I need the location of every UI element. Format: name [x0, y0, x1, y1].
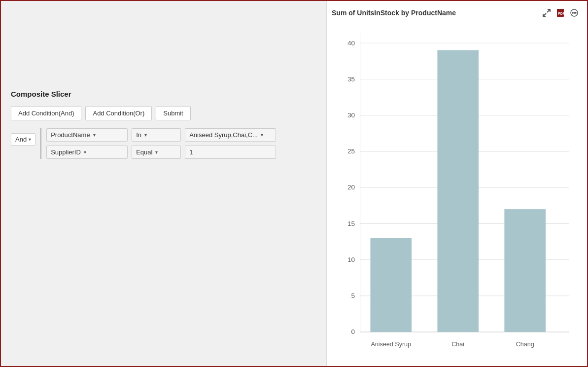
chart-title: Sum of UnitsInStock by ProductName: [332, 9, 456, 17]
chart-area: 0 5 10 15 20 25 30: [332, 22, 579, 364]
svg-text:0: 0: [351, 328, 355, 335]
svg-text:Aniseed Syrup: Aniseed Syrup: [371, 341, 411, 348]
and-chevron-icon: ▾: [29, 137, 31, 142]
svg-text:20: 20: [347, 184, 355, 191]
condition-row-2: SupplierID ▾ Equal ▾ 1: [46, 146, 276, 159]
value-text-2: 1: [189, 148, 193, 156]
value-text-1: Aniseed Syrup,Chai,C...: [189, 131, 258, 139]
expand-icon[interactable]: [542, 8, 552, 18]
svg-text:5: 5: [351, 292, 355, 299]
submit-button[interactable]: Submit: [156, 106, 190, 120]
operator-chevron-1-icon: ▾: [144, 132, 147, 138]
button-row: Add Condition(And) Add Condition(Or) Sub…: [11, 106, 316, 120]
svg-point-5: [572, 12, 573, 13]
bar-chai: [437, 50, 479, 332]
add-condition-or-button[interactable]: Add Condition(Or): [85, 106, 152, 120]
field-select-2[interactable]: SupplierID ▾: [46, 146, 128, 159]
bar-chart-svg: 0 5 10 15 20 25 30: [332, 22, 579, 364]
value-select-2[interactable]: 1: [185, 146, 276, 159]
chart-icons: PDF: [542, 8, 579, 18]
svg-text:30: 30: [347, 111, 355, 119]
bar-chang: [504, 209, 546, 332]
svg-text:35: 35: [347, 75, 355, 83]
and-label: And: [15, 136, 27, 143]
svg-text:25: 25: [347, 147, 355, 155]
add-condition-and-button[interactable]: Add Condition(And): [11, 106, 81, 120]
svg-text:Chai: Chai: [451, 341, 464, 348]
field-value-2: SupplierID: [51, 148, 81, 156]
operator-value-1: In: [136, 131, 141, 139]
left-panel: Composite Slicer Add Condition(And) Add …: [1, 1, 326, 366]
svg-text:10: 10: [347, 256, 355, 263]
field-chevron-2-icon: ▾: [84, 149, 86, 155]
field-select-1[interactable]: ProductName ▾: [46, 128, 128, 142]
pdf-icon[interactable]: PDF: [555, 8, 565, 18]
svg-point-6: [574, 12, 575, 13]
right-panel: Sum of UnitsInStock by ProductName PDF: [326, 1, 587, 366]
value-chevron-1-icon: ▾: [261, 132, 263, 138]
bar-aniseed-syrup: [370, 238, 412, 332]
field-chevron-1-icon: ▾: [93, 132, 96, 138]
svg-text:40: 40: [347, 39, 355, 47]
more-icon[interactable]: [569, 8, 579, 18]
operator-select-1[interactable]: In ▾: [132, 128, 181, 142]
operator-chevron-2-icon: ▾: [155, 149, 158, 155]
conditions-rows: ProductName ▾ In ▾ Aniseed Syrup,Chai,C.…: [40, 128, 276, 159]
operator-value-2: Equal: [136, 148, 152, 156]
operator-select-2[interactable]: Equal ▾: [132, 146, 181, 159]
svg-text:Chang: Chang: [516, 341, 534, 348]
svg-point-7: [575, 12, 576, 13]
and-badge[interactable]: And ▾: [11, 133, 35, 146]
chart-header: Sum of UnitsInStock by ProductName PDF: [332, 8, 579, 18]
conditions-area: And ▾ ProductName ▾ In ▾ Aniseed Syrup,C…: [11, 128, 316, 159]
condition-row-1: ProductName ▾ In ▾ Aniseed Syrup,Chai,C.…: [46, 128, 276, 142]
svg-text:15: 15: [347, 220, 355, 227]
field-value-1: ProductName: [51, 131, 90, 139]
panel-title: Composite Slicer: [11, 90, 316, 98]
svg-text:PDF: PDF: [558, 12, 564, 15]
value-select-1[interactable]: Aniseed Syrup,Chai,C... ▾: [185, 128, 276, 142]
